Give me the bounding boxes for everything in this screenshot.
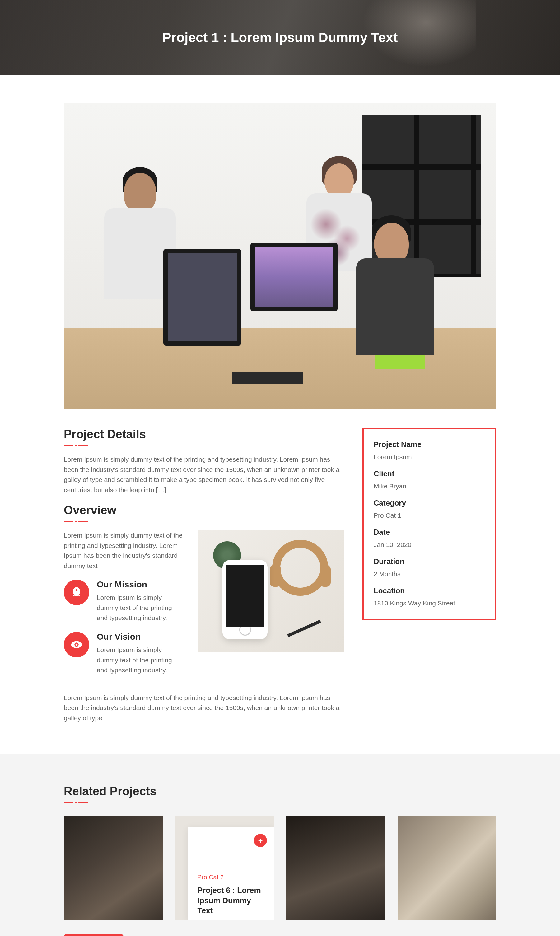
mission-feature: Our Mission Lorem Ipsum is simply dummy … — [64, 580, 183, 623]
info-label: Location — [374, 586, 485, 595]
eye-icon — [64, 632, 89, 657]
info-value: 1810 Kings Way King Street — [374, 600, 455, 607]
hero-banner: Project 1 : Lorem Ipsum Dummy Text — [0, 0, 560, 75]
info-label: Duration — [374, 557, 485, 566]
divider — [64, 802, 496, 803]
info-label: Client — [374, 469, 485, 478]
plus-icon[interactable]: + — [254, 834, 267, 847]
info-label: Category — [374, 499, 485, 507]
info-value: Mike Bryan — [374, 483, 406, 490]
overview-image — [198, 530, 344, 652]
related-heading: Related Projects — [64, 785, 496, 798]
related-card[interactable] — [398, 816, 497, 921]
details-heading: Project Details — [64, 428, 344, 441]
divider — [64, 521, 344, 522]
vision-feature: Our Vision Lorem Ipsum is simply dummy t… — [64, 632, 183, 675]
mission-title: Our Mission — [97, 580, 183, 589]
related-card[interactable] — [286, 816, 385, 921]
info-value: 2 Months — [374, 570, 400, 577]
vision-text: Lorem Ipsum is simply dummy text of the … — [97, 645, 183, 675]
overview-intro: Lorem Ipsum is simply dummy text of the … — [64, 530, 183, 571]
project-hero-image — [64, 103, 496, 409]
info-value: Lorem Ipsum — [374, 453, 412, 460]
info-value: Jan 10, 2020 — [374, 541, 411, 548]
info-value: Pro Cat 1 — [374, 512, 402, 519]
details-text: Lorem Ipsum is simply dummy text of the … — [64, 455, 344, 495]
divider — [64, 446, 344, 446]
related-card[interactable] — [64, 816, 163, 921]
info-label: Date — [374, 528, 485, 537]
overview-heading: Overview — [64, 504, 344, 517]
info-label: Project Name — [374, 440, 485, 449]
vision-title: Our Vision — [97, 632, 183, 642]
overview-footer: Lorem Ipsum is simply dummy text of the … — [64, 693, 344, 723]
card-category: Pro Cat 2 — [198, 874, 264, 881]
page-title: Project 1 : Lorem Ipsum Dummy Text — [162, 30, 398, 45]
related-card-hover[interactable]: + Pro Cat 2 Project 6 : Lorem Ipsum Dumm… — [175, 816, 274, 921]
mission-text: Lorem Ipsum is simply dummy text of the … — [97, 593, 183, 623]
older-entries-button[interactable]: « Older Entries — [64, 934, 123, 936]
rocket-icon — [64, 580, 89, 605]
card-title: Project 6 : Lorem Ipsum Dummy Text — [198, 885, 264, 916]
project-info-box: Project NameLorem Ipsum ClientMike Bryan… — [362, 428, 496, 620]
